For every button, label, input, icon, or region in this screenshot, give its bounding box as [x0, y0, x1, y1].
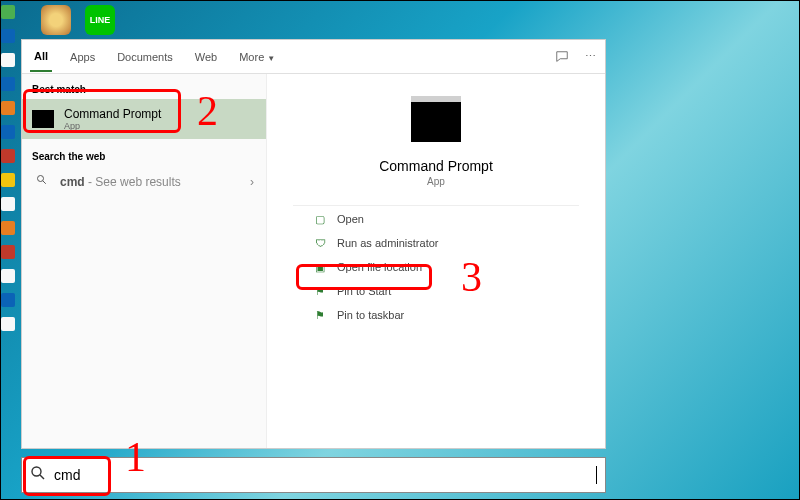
action-open-file-location[interactable]: ▣ Open file location: [313, 260, 439, 274]
svg-line-1: [43, 181, 46, 184]
coccoc-icon[interactable]: [41, 5, 71, 35]
action-open[interactable]: ▢ Open: [313, 212, 439, 226]
divider: [293, 205, 579, 206]
svg-point-2: [32, 467, 41, 476]
action-label: Pin to Start: [337, 285, 391, 297]
desktop-icon[interactable]: [1, 245, 15, 259]
action-run-as-administrator[interactable]: 🛡 Run as administrator: [313, 236, 439, 250]
search-input[interactable]: [54, 467, 592, 483]
folder-icon: ▣: [313, 260, 327, 274]
web-result-cmd[interactable]: cmd - See web results ›: [22, 166, 266, 197]
desktop-icon[interactable]: [1, 317, 15, 331]
shield-icon: 🛡: [313, 236, 327, 250]
desktop-icon[interactable]: [1, 77, 15, 91]
svg-point-0: [38, 176, 44, 182]
desktop-icon-column: [1, 1, 21, 499]
tab-documents[interactable]: Documents: [113, 43, 177, 71]
web-result-suffix: - See web results: [85, 175, 181, 189]
chevron-down-icon: ▼: [267, 54, 275, 63]
tab-all[interactable]: All: [30, 42, 52, 72]
result-command-prompt[interactable]: Command Prompt App: [22, 99, 266, 139]
start-search-panel: All Apps Documents Web More▼ ⋯ Best matc…: [21, 39, 606, 449]
web-result-query: cmd: [60, 175, 85, 189]
tab-more[interactable]: More▼: [235, 43, 279, 71]
action-label: Run as administrator: [337, 237, 439, 249]
desktop-icon[interactable]: [1, 197, 15, 211]
action-label: Pin to taskbar: [337, 309, 404, 321]
tab-web[interactable]: Web: [191, 43, 221, 71]
desktop-icon[interactable]: [1, 53, 15, 67]
action-pin-to-start[interactable]: ⚑ Pin to Start: [313, 284, 439, 298]
preview-title: Command Prompt: [379, 158, 493, 174]
action-label: Open: [337, 213, 364, 225]
desktop-icon[interactable]: [1, 221, 15, 235]
search-tabs: All Apps Documents Web More▼ ⋯: [22, 40, 605, 74]
desktop-icon[interactable]: [1, 293, 15, 307]
chevron-right-icon: ›: [250, 175, 254, 189]
search-icon: [30, 465, 46, 485]
taskbar-search-box[interactable]: [21, 457, 606, 493]
action-label: Open file location: [337, 261, 422, 273]
action-pin-to-taskbar[interactable]: ⚑ Pin to taskbar: [313, 308, 439, 322]
line-icon[interactable]: LINE: [85, 5, 115, 35]
pin-icon: ⚑: [313, 284, 327, 298]
desktop-icon[interactable]: [1, 173, 15, 187]
desktop-icon[interactable]: [1, 101, 15, 115]
tab-apps[interactable]: Apps: [66, 43, 99, 71]
result-subtitle: App: [64, 121, 161, 131]
preview-actions: ▢ Open 🛡 Run as administrator ▣ Open fil…: [277, 212, 439, 322]
search-panel-body: Best match Command Prompt App Search the…: [22, 74, 605, 448]
desktop-icon[interactable]: [1, 5, 15, 19]
preview-column: Command Prompt App ▢ Open 🛡 Run as admin…: [267, 74, 605, 448]
more-options-icon[interactable]: ⋯: [583, 50, 597, 64]
best-match-label: Best match: [22, 80, 266, 99]
desktop-icon[interactable]: [1, 29, 15, 43]
desktop-icon[interactable]: [1, 269, 15, 283]
cmd-large-icon: [411, 102, 461, 142]
pin-icon: ⚑: [313, 308, 327, 322]
open-icon: ▢: [313, 212, 327, 226]
result-title: Command Prompt: [64, 107, 161, 121]
preview-subtitle: App: [427, 176, 445, 187]
feedback-icon[interactable]: [555, 50, 569, 64]
text-caret: [596, 466, 597, 484]
desktop-top-icons: LINE: [41, 5, 115, 35]
desktop-icon[interactable]: [1, 125, 15, 139]
svg-line-3: [40, 475, 44, 479]
desktop-icon[interactable]: [1, 149, 15, 163]
search-icon: [34, 174, 50, 189]
cmd-icon: [32, 110, 54, 128]
results-column: Best match Command Prompt App Search the…: [22, 74, 267, 448]
search-web-label: Search the web: [22, 147, 266, 166]
